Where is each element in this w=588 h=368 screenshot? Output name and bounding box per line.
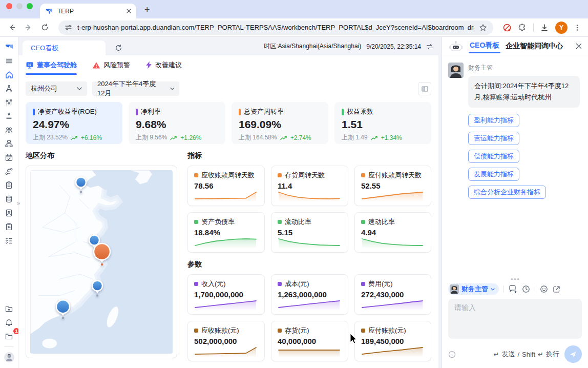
page-refresh-icon[interactable] <box>115 44 122 52</box>
param-card[interactable]: 应收账款(元)502,000,000 <box>187 321 265 361</box>
address-bar[interactable]: t-erp-huoshan-portal.app.duandian.com/TE… <box>58 21 493 35</box>
send-button[interactable] <box>564 345 582 363</box>
browser-menu-icon[interactable] <box>574 24 581 31</box>
metric-label: 应付账款周转天数 <box>368 171 422 180</box>
map-pin-blue[interactable] <box>54 298 72 321</box>
param-card[interactable]: 收入(元)1,700,000,000 <box>187 274 265 315</box>
sidebar-divider <box>5 346 14 347</box>
document-user-icon[interactable] <box>2 206 16 220</box>
kpi-prev: 上期 23.52% <box>33 133 68 142</box>
profile-avatar[interactable]: Y <box>555 22 568 34</box>
param-card[interactable]: 成本(元)1,263,000,000 <box>271 274 348 315</box>
kpi-card-equity-multiplier[interactable]: 权益乘数 1.51 上期 1.49+1.34% <box>334 102 431 144</box>
menu-icon[interactable] <box>2 54 16 68</box>
lightning-bolt-icon <box>145 61 152 69</box>
period-select[interactable]: 2024年下半年4季度12月 <box>92 81 179 96</box>
bell-icon[interactable] <box>2 316 16 330</box>
quick-action-growth[interactable]: 发展能力指标 <box>468 168 519 181</box>
compass-icon[interactable] <box>2 81 16 95</box>
close-window-button[interactable] <box>6 3 12 9</box>
metric-card[interactable]: 速动比率4.94 <box>354 212 431 253</box>
timezone-swap-icon[interactable] <box>426 44 433 50</box>
user-avatar[interactable] <box>2 350 16 364</box>
site-info-icon[interactable] <box>65 24 72 31</box>
param-card[interactable]: 应付账款(元)189,450,000 <box>354 321 431 361</box>
close-icon[interactable] <box>576 43 582 49</box>
map-pin-blue[interactable] <box>74 176 88 195</box>
kpi-value: 169.09% <box>239 118 321 131</box>
home-icon[interactable] <box>2 68 16 81</box>
param-card[interactable]: 费用(元)272,430,000 <box>354 274 431 315</box>
page-tab-ceo-dashboard[interactable]: CEO看板 <box>23 40 106 55</box>
sidebar-expand-icon[interactable]: » <box>17 200 20 206</box>
tasks-folder-icon[interactable]: 1 <box>2 330 16 343</box>
chat-body: 财务主管 会计期间:2024年下半年4季度12月,核算账簿:运动时代杭州 盈利能… <box>442 55 588 277</box>
hierarchy-icon[interactable] <box>2 109 16 123</box>
new-conversation-icon[interactable] <box>509 285 517 293</box>
metrics-section-title: 指标 <box>187 151 431 160</box>
datetime-label: 9/20/2025, 22:35:14 <box>366 43 421 50</box>
workflow-icon[interactable] <box>2 165 16 178</box>
browser-tab[interactable]: TERP <box>40 4 136 18</box>
extensions-row: Y <box>500 22 583 34</box>
url-text[interactable]: t-erp-huoshan-portal.app.duandian.com/TE… <box>77 24 474 31</box>
metric-card[interactable]: 流动比率5.15 <box>271 212 348 253</box>
zoom-window-button[interactable] <box>27 3 33 9</box>
kpi-card-roe[interactable]: 净资产收益率(ROE) 24.97% 上期 23.52%+6.16% <box>26 102 122 144</box>
new-tab-button[interactable]: + <box>144 5 150 15</box>
history-clock-icon[interactable] <box>522 285 530 293</box>
param-color-icon <box>194 282 198 286</box>
tab-close-icon[interactable] <box>127 9 131 13</box>
toolbar-divider <box>533 24 534 32</box>
metric-sparkline <box>194 237 258 249</box>
enter-icon: ↵ <box>494 351 499 358</box>
downloads-icon[interactable] <box>540 23 549 32</box>
assistant-tab-ceo[interactable]: CEO看板 <box>469 39 500 53</box>
tab-risk-alerts[interactable]: 风险预警 <box>92 60 130 75</box>
chevron-down-icon <box>491 288 495 291</box>
metric-card[interactable]: 应收账款周转天数78.56 <box>187 166 265 206</box>
metrics-column: 指标 应收账款周转天数78.56 存货周转天数11.4 应付账款周转天数52.5… <box>187 151 431 368</box>
metric-label: 存货周转天数 <box>285 171 325 180</box>
metric-card[interactable]: 存货周转天数11.4 <box>271 166 348 206</box>
metric-card[interactable]: 应付账款周转天数52.55 <box>354 166 431 206</box>
info-icon[interactable] <box>448 351 456 358</box>
drag-handle-icon[interactable] <box>448 277 582 282</box>
kpi-card-net-margin[interactable]: 净利率 9.68% 上期 9.56%+1.26% <box>129 102 225 144</box>
blocker-extension-icon[interactable] <box>502 23 512 32</box>
role-selector[interactable]: 财务主管 <box>448 283 499 295</box>
layout-toggle-button[interactable] <box>418 82 431 95</box>
reload-button[interactable] <box>38 21 51 34</box>
company-select[interactable]: 杭州公司 <box>26 81 87 96</box>
map-pin-orange[interactable] <box>92 242 112 268</box>
clipboard-icon[interactable] <box>2 178 16 192</box>
forward-button[interactable] <box>22 21 35 34</box>
extensions-puzzle-icon[interactable] <box>518 23 527 32</box>
calendar-check-icon[interactable] <box>2 151 16 165</box>
quick-action-operations[interactable]: 营运能力指标 <box>468 132 519 145</box>
message-input[interactable] <box>448 299 582 339</box>
emoji-icon[interactable] <box>540 285 548 293</box>
clipboard-send-icon[interactable] <box>2 220 16 234</box>
checklist-icon[interactable] <box>2 234 16 248</box>
kpi-card-asset-turnover[interactable]: 总资产周转率 169.09% 上期 164.58%+2.74% <box>232 102 328 144</box>
quick-action-profitability[interactable]: 盈利能力指标 <box>468 114 519 127</box>
open-external-icon[interactable] <box>553 285 560 293</box>
coins-icon[interactable] <box>2 192 16 206</box>
folder-star-icon[interactable] <box>2 302 16 316</box>
back-button[interactable] <box>5 21 18 34</box>
sitemap-icon[interactable] <box>2 137 16 151</box>
metric-card[interactable]: 资产负债率18.84% <box>187 212 265 253</box>
quick-action-solvency[interactable]: 偿债能力指标 <box>468 150 519 163</box>
sliders-icon[interactable] <box>2 95 16 109</box>
bookmark-star-icon[interactable] <box>479 24 487 32</box>
kpi-label: 权益乘数 <box>347 107 373 116</box>
quick-action-comprehensive[interactable]: 综合分析企业财务指标 <box>468 186 546 199</box>
tab-improvement-suggestions[interactable]: 改善建议 <box>145 60 182 75</box>
tab-boardroom-cockpit[interactable]: 董事会驾驶舱 <box>26 60 77 75</box>
param-card[interactable]: 存货(元)40,000,000 <box>271 321 348 361</box>
map-pin-blue[interactable] <box>90 279 104 299</box>
role-name: 财务主管 <box>461 284 488 294</box>
minimize-window-button[interactable] <box>16 3 23 9</box>
team-icon[interactable] <box>2 123 16 137</box>
